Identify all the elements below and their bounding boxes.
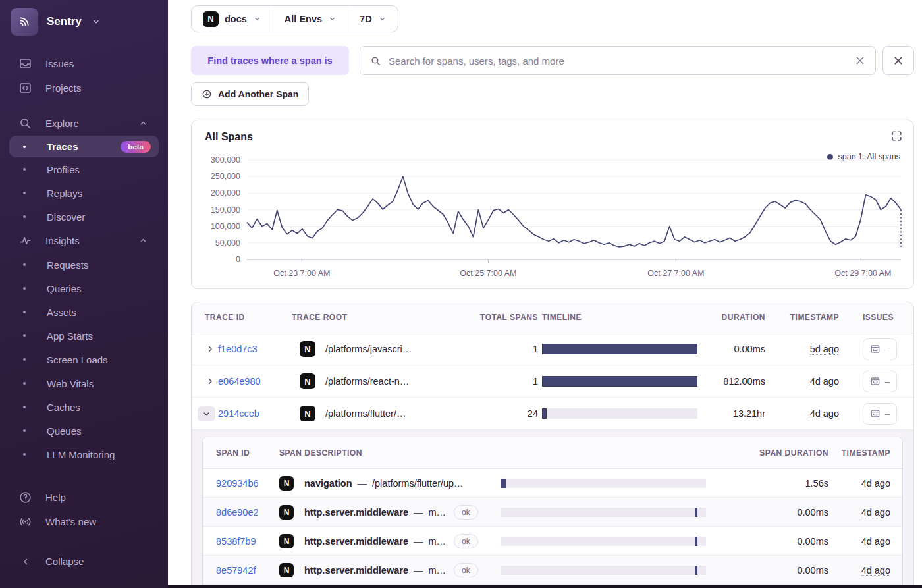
expand-cell xyxy=(192,406,218,421)
trace-id-link[interactable]: e064e980 xyxy=(218,376,292,387)
timeline-cell xyxy=(542,376,697,387)
sidebar-collapse-button[interactable]: Collapse xyxy=(0,549,168,574)
timestamp-link[interactable]: 4d ago xyxy=(810,376,839,387)
sidebar-item-app-starts[interactable]: App Starts xyxy=(0,324,168,348)
nextjs-platform-icon: N xyxy=(279,476,294,491)
span-search-input[interactable] xyxy=(389,55,848,67)
sidebar-item-web-vitals[interactable]: Web Vitals xyxy=(0,371,168,395)
clear-search-icon[interactable] xyxy=(855,55,865,66)
timestamp-link[interactable]: 4d ago xyxy=(861,536,890,547)
environment-selector[interactable]: All Envs xyxy=(273,6,348,32)
timestamp-link[interactable]: 5d ago xyxy=(810,344,839,355)
trace-id-link[interactable]: f1e0d7c3 xyxy=(218,344,292,354)
span-status-badge: ok xyxy=(454,505,478,520)
sidebar-item-requests[interactable]: Requests xyxy=(0,253,168,277)
span-id-link[interactable]: 920934b6 xyxy=(216,478,259,489)
date-range-selector[interactable]: 7D xyxy=(348,6,398,32)
nextjs-platform-icon: N xyxy=(300,373,315,389)
sidebar-item-queries[interactable]: Queries xyxy=(0,277,168,300)
sidebar-item-label: Collapse xyxy=(45,556,84,567)
span-duration-value: 0.00ms xyxy=(718,507,828,518)
span-table-row[interactable]: 8d6e90e2Nhttp.server.middleware—m…ok0.00… xyxy=(203,498,902,527)
span-timeline-bar xyxy=(501,479,506,488)
bullet-icon xyxy=(23,429,26,432)
span-platform-cell: N xyxy=(279,563,304,577)
span-table-row[interactable]: 8e57942fNhttp.server.middleware—m…ok0.00… xyxy=(203,556,902,585)
traces-table-panel: TRACE IDTRACE ROOTTOTAL SPANSTIMELINEDUR… xyxy=(191,302,914,588)
issues-button[interactable]: – xyxy=(863,338,897,360)
x-axis-label: Oct 27 7:00 AM xyxy=(647,269,704,278)
y-axis-label: 100,000 xyxy=(211,222,240,231)
sidebar-section-explore[interactable]: Explore xyxy=(0,111,168,136)
sidebar-item-what-s-new[interactable]: What's new xyxy=(0,510,168,534)
trace-table-row[interactable]: e064e980N/platforms/react-n…1812.00ms4d … xyxy=(192,365,913,398)
find-traces-label[interactable]: Find traces where a span is xyxy=(191,46,349,75)
sidebar-item-label: Issues xyxy=(45,58,74,69)
bullet-icon xyxy=(23,263,26,266)
span-table-row[interactable]: 920934b6Nnavigation—/platforms/flutter/u… xyxy=(203,469,902,498)
timestamp-link[interactable]: 4d ago xyxy=(861,565,890,576)
expand-cell xyxy=(192,376,218,387)
chevron-down-icon xyxy=(328,14,337,23)
bullet-icon xyxy=(23,168,26,171)
trace-id-link[interactable]: 2914cceb xyxy=(218,408,292,419)
issues-button[interactable]: – xyxy=(863,371,897,392)
all-spans-chart-panel: All Spans span 1: All spans 050,000100,0… xyxy=(191,120,914,289)
sidebar-item-queues[interactable]: Queues xyxy=(0,419,168,442)
expand-chart-icon[interactable] xyxy=(890,130,903,142)
timestamp-link[interactable]: 4d ago xyxy=(861,507,890,518)
sidebar-item-profiles[interactable]: Profiles xyxy=(0,157,168,181)
plus-circle-icon xyxy=(202,89,212,99)
sidebar-item-label: Replays xyxy=(47,188,82,199)
span-timestamp-cell: 4d ago xyxy=(828,478,902,489)
sidebar-item-caches[interactable]: Caches xyxy=(0,395,168,419)
span-id-link[interactable]: 8e57942f xyxy=(216,565,256,575)
y-axis-label: 0 xyxy=(236,255,240,264)
span-id-link[interactable]: 8d6e90e2 xyxy=(216,507,259,518)
trace-table-row[interactable]: f1e0d7c3N/platforms/javascri…10.00ms5d a… xyxy=(192,333,913,365)
span-timeline-cell xyxy=(501,537,718,546)
project-selector[interactable]: N docs xyxy=(192,6,273,32)
window-bottom-edge xyxy=(168,585,922,588)
sidebar-item-assets[interactable]: Assets xyxy=(0,300,168,324)
spans-line-chart: 050,000100,000150,000200,000250,000300,0… xyxy=(203,149,904,279)
sidebar-item-projects[interactable]: Projects xyxy=(0,76,168,100)
span-timestamp-cell: 4d ago xyxy=(828,565,902,575)
span-id-cell: 8d6e90e2 xyxy=(203,506,279,518)
timestamp-link[interactable]: 4d ago xyxy=(810,408,839,419)
issues-button[interactable]: – xyxy=(863,403,897,425)
sidebar-item-traces[interactable]: Tracesbeta xyxy=(9,136,159,157)
sidebar-item-screen-loads[interactable]: Screen Loads xyxy=(0,348,168,371)
expand-trace-button[interactable] xyxy=(205,376,215,387)
sidebar-item-label: Caches xyxy=(47,402,80,413)
column-header-span-duration: SPAN DURATION xyxy=(718,448,828,458)
span-operation: http.server.middleware xyxy=(304,507,408,518)
nextjs-platform-icon: N xyxy=(279,563,294,577)
sidebar-item-help[interactable]: Help xyxy=(0,485,168,510)
traces-table-header: TRACE IDTRACE ROOTTOTAL SPANSTIMELINEDUR… xyxy=(192,302,913,333)
remove-span-filter-button[interactable] xyxy=(882,46,914,75)
column-header-duration: DURATION xyxy=(697,313,773,322)
timestamp-link[interactable]: 4d ago xyxy=(861,478,890,489)
sidebar-item-replays[interactable]: Replays xyxy=(0,181,168,205)
sidebar-item-label: Queues xyxy=(47,425,82,437)
timeline-cell xyxy=(542,408,697,419)
duration-value: 0.00ms xyxy=(697,344,773,354)
collapse-trace-button[interactable] xyxy=(198,406,215,421)
sidebar-item-llm-monitoring[interactable]: LLM Monitoring xyxy=(0,442,168,466)
add-another-span-button[interactable]: Add Another Span xyxy=(191,82,309,106)
span-id-link[interactable]: 8538f7b9 xyxy=(216,536,256,547)
traces-table-body: f1e0d7c3N/platforms/javascri…10.00ms5d a… xyxy=(192,333,913,585)
project-selector-value: docs xyxy=(225,14,247,24)
span-table-row[interactable]: 8538f7b9Nhttp.server.middleware—m…ok0.00… xyxy=(203,527,902,556)
sidebar-item-issues[interactable]: Issues xyxy=(0,51,168,76)
span-description-cell: navigation—/platforms/flutter/up… xyxy=(304,478,501,489)
org-switcher[interactable]: Sentry xyxy=(0,0,168,42)
sidebar-item-discover[interactable]: Discover xyxy=(0,205,168,228)
x-axis-label: Oct 25 7:00 AM xyxy=(460,269,516,278)
trace-table-row[interactable]: 2914ccebN/platforms/flutter/…2413.21hr4d… xyxy=(192,398,913,430)
sidebar-section-insights[interactable]: Insights xyxy=(0,228,168,253)
span-timeline-bar xyxy=(695,537,697,546)
help-icon xyxy=(18,491,32,504)
expand-trace-button[interactable] xyxy=(205,344,215,354)
